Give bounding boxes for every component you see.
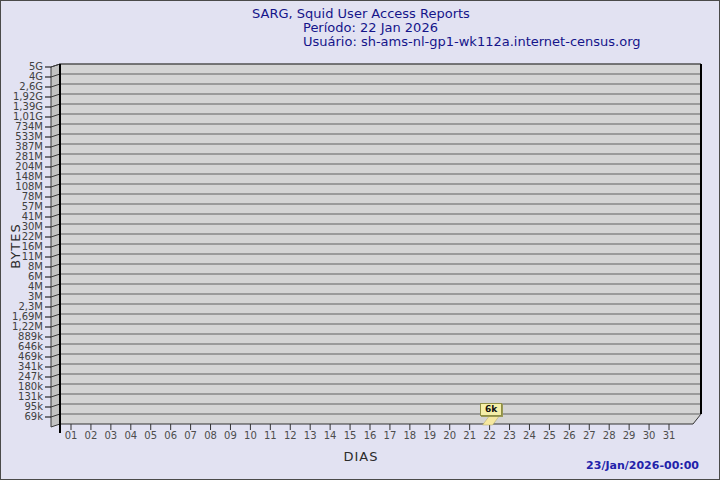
x-axis-title: DIAS	[331, 449, 391, 464]
sarg-report-chart: SARG, Squid User Access Reports Período:…	[0, 0, 720, 480]
y-tick-label: 69k	[24, 412, 43, 422]
y-axis-title: BYTES	[8, 223, 22, 269]
data-point-label: 6k	[480, 403, 502, 416]
footer-timestamp: 23/Jan/2026-00:00	[586, 459, 699, 472]
x-tick-label: 31	[657, 431, 681, 441]
plot-area	[1, 1, 720, 480]
